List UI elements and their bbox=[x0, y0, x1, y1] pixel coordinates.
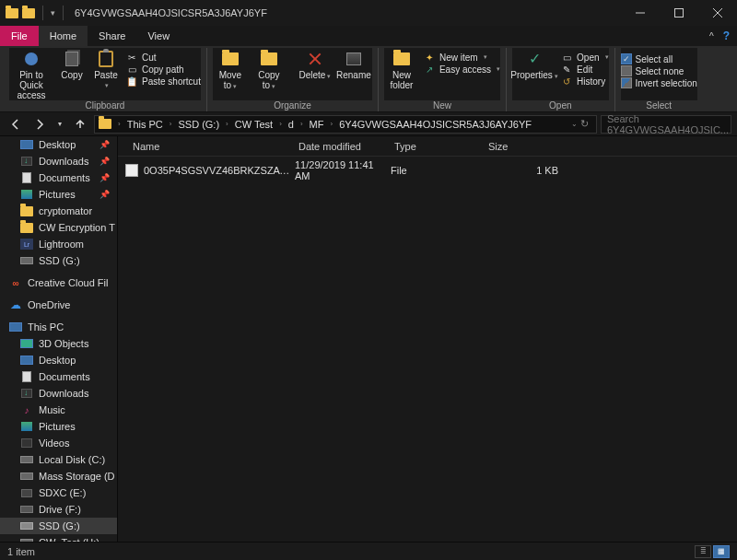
large-icons-view-button[interactable]: ▦ bbox=[713, 545, 730, 558]
rename-button[interactable]: Rename bbox=[335, 50, 372, 80]
sidebar-item[interactable]: Downloads bbox=[0, 385, 117, 402]
copy-icon bbox=[65, 52, 78, 66]
sidebar-item[interactable]: SSD (G:) bbox=[0, 518, 117, 534]
copy-button[interactable]: Copy bbox=[57, 50, 87, 80]
sidebar-item[interactable]: CW Encryption T bbox=[0, 219, 117, 236]
status-text: 1 item bbox=[7, 546, 35, 557]
easy-access-icon: ↗ bbox=[423, 64, 436, 75]
sidebar-item[interactable]: Desktop bbox=[0, 352, 117, 368]
maximize-button[interactable] bbox=[660, 0, 698, 26]
up-button[interactable] bbox=[70, 115, 90, 134]
paste-shortcut-button[interactable]: 📋Paste shortcut bbox=[125, 76, 201, 87]
window-title: 6Y4GVWGSAAH4OJSICSR5A3J6AYJ6YF bbox=[75, 7, 267, 18]
sidebar-item-creative-cloud[interactable]: ∞Creative Cloud Fil bbox=[0, 274, 117, 291]
music-icon: ♪ bbox=[20, 404, 33, 415]
sidebar-item[interactable]: Downloads📌 bbox=[0, 153, 117, 169]
sidebar-item[interactable]: ♪Music bbox=[0, 402, 117, 418]
file-icon bbox=[125, 164, 138, 177]
share-tab[interactable]: Share bbox=[88, 26, 136, 46]
breadcrumb-seg[interactable]: This PC bbox=[123, 119, 167, 130]
sidebar-item-onedrive[interactable]: ☁OneDrive bbox=[0, 297, 117, 313]
clipboard-icon bbox=[99, 51, 113, 67]
qat-dropdown-icon[interactable]: ▾ bbox=[51, 8, 55, 18]
cut-button[interactable]: ✂Cut bbox=[125, 52, 201, 63]
new-item-button[interactable]: ✦New item▾ bbox=[423, 52, 500, 63]
sidebar-item[interactable]: Documents📌 bbox=[0, 169, 117, 186]
sidebar-item[interactable]: Mass Storage (D bbox=[0, 468, 117, 484]
close-button[interactable] bbox=[698, 0, 737, 26]
forward-button[interactable] bbox=[29, 115, 50, 134]
history-button[interactable]: ↺History bbox=[560, 76, 608, 87]
refresh-button[interactable]: ↻ bbox=[580, 118, 589, 130]
delete-button[interactable]: Delete▾ bbox=[298, 50, 332, 80]
copy-to-button[interactable]: Copy to▾ bbox=[252, 50, 287, 90]
col-size[interactable]: Size bbox=[481, 141, 555, 152]
breadcrumb-seg[interactable]: d bbox=[285, 119, 298, 130]
sidebar-item[interactable]: Desktop📌 bbox=[0, 136, 117, 153]
nav-pane[interactable]: Desktop📌Downloads📌Documents📌Pictures📌cry… bbox=[0, 136, 118, 542]
chevron-right-icon[interactable]: › bbox=[299, 120, 304, 128]
file-row[interactable]: 0O35P4SGSVVZ46BRKZSZATKTSCY2Y6GJ...11/29… bbox=[118, 157, 737, 184]
ribbon-collapse-icon[interactable]: ^ bbox=[709, 31, 714, 41]
svg-rect-1 bbox=[675, 9, 684, 18]
drive-icon bbox=[20, 520, 33, 531]
chevron-right-icon[interactable]: › bbox=[117, 120, 122, 128]
sidebar-item[interactable]: Videos bbox=[0, 435, 117, 451]
sidebar-item[interactable]: Pictures bbox=[0, 418, 117, 435]
sidebar-item[interactable]: SSD (G:) bbox=[0, 252, 117, 269]
properties-button[interactable]: ✓ Properties▾ bbox=[512, 50, 556, 80]
path-icon: ▭ bbox=[125, 64, 138, 75]
new-item-icon: ✦ bbox=[423, 52, 436, 63]
copy-to-icon bbox=[261, 52, 277, 65]
sidebar-item[interactable]: LrLightroom bbox=[0, 236, 117, 252]
breadcrumb-seg[interactable]: 6Y4GVWGSAAH4OJSICSR5A3J6AYJ6YF bbox=[335, 119, 535, 130]
sidebar-item[interactable]: CW_Test (H:) bbox=[0, 534, 117, 542]
breadcrumb-seg[interactable]: SSD (G:) bbox=[174, 119, 223, 130]
details-view-button[interactable]: ≣ bbox=[695, 545, 711, 558]
back-button[interactable] bbox=[6, 115, 26, 134]
col-name[interactable]: Name bbox=[125, 141, 291, 152]
scissors-icon: ✂ bbox=[125, 52, 138, 63]
sidebar-item[interactable]: Documents bbox=[0, 368, 117, 385]
help-icon[interactable]: ? bbox=[723, 29, 730, 42]
breadcrumb-seg[interactable]: MF bbox=[306, 119, 328, 130]
new-folder-button[interactable]: New folder bbox=[384, 50, 419, 90]
pin-to-quick-access-button[interactable]: Pin to Quick access bbox=[9, 50, 53, 100]
sidebar-item[interactable]: SDXC (E:) bbox=[0, 484, 117, 501]
recent-locations-button[interactable]: ▾ bbox=[53, 115, 66, 134]
file-tab[interactable]: File bbox=[0, 26, 39, 46]
address-dropdown-icon[interactable]: ⌄ bbox=[571, 120, 578, 128]
chevron-right-icon[interactable]: › bbox=[169, 120, 173, 128]
easy-access-button[interactable]: ↗Easy access▾ bbox=[423, 64, 500, 75]
open-button[interactable]: ▭Open▾ bbox=[560, 52, 608, 63]
search-input[interactable]: Search 6Y4GVWGSAAH4OJSIC... bbox=[601, 115, 731, 134]
sidebar-item[interactable]: cryptomator bbox=[0, 203, 117, 219]
col-date-modified[interactable]: Date modified bbox=[291, 141, 387, 152]
col-type[interactable]: Type bbox=[387, 141, 481, 152]
chevron-right-icon[interactable]: › bbox=[278, 120, 283, 128]
delete-icon bbox=[308, 52, 322, 66]
lr-icon: Lr bbox=[20, 239, 33, 250]
copy-path-button[interactable]: ▭Copy path bbox=[125, 64, 201, 75]
breadcrumb-seg[interactable]: CW Test bbox=[231, 119, 276, 130]
chevron-right-icon[interactable]: › bbox=[225, 120, 229, 128]
view-tab[interactable]: View bbox=[136, 26, 181, 46]
move-to-button[interactable]: Move to▾ bbox=[213, 50, 248, 90]
sidebar-item[interactable]: Pictures📌 bbox=[0, 186, 117, 203]
sidebar-item[interactable]: Local Disk (C:) bbox=[0, 451, 117, 468]
sidebar-item[interactable]: 3D Objects bbox=[0, 335, 117, 352]
edit-button[interactable]: ✎Edit bbox=[560, 64, 608, 75]
address-bar[interactable]: › This PC › SSD (G:) › CW Test › d › MF … bbox=[94, 115, 597, 134]
drive-icon bbox=[20, 454, 33, 465]
new-group: New folder ✦New item▾ ↗Easy access▾ New bbox=[379, 48, 507, 111]
select-all-button[interactable]: ✓Select all bbox=[621, 53, 697, 64]
sidebar-item-this-pc[interactable]: This PC bbox=[0, 319, 117, 335]
paste-button[interactable]: Paste ▾ bbox=[90, 50, 122, 89]
invert-selection-button[interactable]: Invert selection bbox=[621, 77, 697, 88]
file-list[interactable]: 0O35P4SGSVVZ46BRKZSZATKTSCY2Y6GJ...11/29… bbox=[118, 157, 737, 542]
minimize-button[interactable] bbox=[621, 0, 660, 26]
home-tab[interactable]: Home bbox=[39, 26, 88, 46]
chevron-right-icon[interactable]: › bbox=[329, 120, 333, 128]
select-none-button[interactable]: Select none bbox=[621, 65, 697, 76]
sidebar-item[interactable]: Drive (F:) bbox=[0, 501, 117, 518]
